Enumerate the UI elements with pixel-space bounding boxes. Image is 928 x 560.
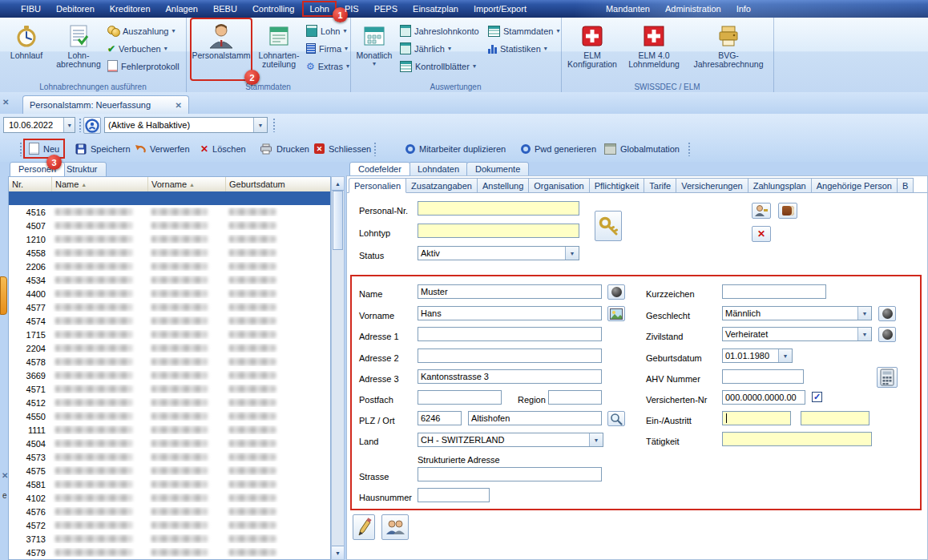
tab-angehoerige-person[interactable]: Angehörige Person: [812, 178, 898, 193]
versicherten-nr-input[interactable]: [722, 390, 805, 405]
name-input[interactable]: [418, 284, 602, 299]
document-tab-personalstamm[interactable]: Personalstamm: Neuerfassung ✕: [22, 95, 189, 114]
table-row[interactable]: 4576: [9, 505, 330, 518]
statistiken-button[interactable]: Statistiken ▾: [488, 40, 547, 57]
auszahlung-button[interactable]: Auszahlung ▾: [107, 22, 176, 39]
strasse-input[interactable]: [418, 467, 602, 481]
bvg-jahresabrechnung-button[interactable]: BVG- Jahresabrechnung: [689, 18, 768, 80]
table-row[interactable]: 4573: [9, 450, 330, 464]
scroll-up-icon[interactable]: ▲: [332, 177, 344, 191]
ort-input[interactable]: [468, 411, 602, 425]
table-row[interactable]: 1210: [9, 232, 330, 246]
verwerfen-button[interactable]: Verwerfen: [130, 139, 195, 158]
pwd-generieren-button[interactable]: Pwd generieren: [516, 139, 601, 158]
dropdown-arrow-icon[interactable]: ▼: [63, 118, 75, 132]
tab-versicherungen[interactable]: Versicherungen: [676, 178, 748, 193]
column-header-vorname[interactable]: Vorname▲: [148, 177, 226, 191]
menu-info[interactable]: Info: [730, 2, 757, 16]
menu-peps[interactable]: PEPS: [368, 2, 404, 16]
tab-struktur[interactable]: Struktur: [58, 162, 107, 177]
table-row[interactable]: 4504: [9, 437, 330, 450]
tab-pflichtigkeit[interactable]: Pflichtigkeit: [590, 178, 645, 193]
jaehrlich-button[interactable]: Jährlich ▾: [400, 40, 451, 57]
menu-anlagen[interactable]: Anlagen: [159, 2, 204, 16]
employee-access-button[interactable]: [752, 203, 771, 219]
menu-einsatzplan[interactable]: Einsatzplan: [406, 2, 465, 16]
hausnummer-input[interactable]: [418, 488, 490, 502]
table-row[interactable]: 4574: [9, 314, 330, 328]
column-header-name[interactable]: Name▲: [52, 177, 148, 191]
verbuchen-button[interactable]: ✔ Verbuchen ▾: [107, 40, 167, 57]
extras-button[interactable]: ⚙ Extras ▾: [306, 58, 349, 75]
elm40-lohnmeldung-button[interactable]: ELM 4.0 Lohnmeldung: [622, 18, 686, 80]
dock-close-icon[interactable]: ✕: [2, 98, 9, 107]
elm-konfiguration-button[interactable]: ELM Konfiguration: [566, 18, 619, 80]
table-row[interactable]: 4400: [9, 287, 330, 300]
table-row[interactable]: 4579: [9, 546, 330, 559]
column-header-geburtsdatum[interactable]: Geburtsdatum: [226, 177, 330, 191]
dropdown-arrow-icon[interactable]: ▼: [857, 307, 871, 320]
tab-close-icon[interactable]: ✕: [176, 101, 182, 110]
remove-button[interactable]: ✕: [752, 226, 771, 242]
lohntyp-input[interactable]: [418, 224, 579, 238]
tab-tarife[interactable]: Tarife: [644, 178, 676, 193]
eintritt-input[interactable]: [722, 411, 791, 425]
tab-zusatzangaben[interactable]: Zusatzangaben: [406, 178, 478, 193]
tab-organisation[interactable]: Organisation: [529, 178, 589, 193]
toolbar-grip[interactable]: [688, 142, 691, 156]
dock-tab-orange[interactable]: [0, 276, 7, 315]
fehlerprotokoll-button[interactable]: Fehlerprotokoll: [107, 58, 180, 75]
table-row[interactable]: 4578: [9, 355, 330, 369]
vorname-input[interactable]: [418, 306, 602, 320]
table-row[interactable]: 4534: [9, 273, 330, 287]
table-row[interactable]: 2206: [9, 260, 330, 273]
menu-lohn[interactable]: Lohn 1: [303, 2, 335, 16]
postfach-input[interactable]: [418, 390, 502, 405]
menu-administration[interactable]: Administration: [659, 2, 728, 16]
firma-button[interactable]: Firma ▾: [306, 40, 348, 57]
adresse3-input[interactable]: [418, 369, 602, 384]
plz-search-button[interactable]: [607, 411, 625, 426]
vertical-scrollbar[interactable]: ▲ ▼: [331, 176, 345, 560]
geschlecht-lookup-button[interactable]: [878, 306, 896, 321]
table-row-selected[interactable]: [9, 191, 330, 205]
menu-pis[interactable]: PIS: [338, 2, 365, 16]
austritt-input[interactable]: [801, 411, 869, 425]
scroll-down-icon[interactable]: ▼: [332, 546, 344, 559]
stammdaten-report-button[interactable]: Stammdaten ▾: [488, 22, 559, 39]
menu-kreditoren[interactable]: Kreditoren: [103, 2, 157, 16]
ahv-calculator-button[interactable]: [877, 367, 898, 388]
toolbar-grip[interactable]: [19, 142, 22, 156]
tab-personalien[interactable]: Personalien: [349, 178, 406, 193]
speichern-button[interactable]: Speichern: [71, 139, 135, 158]
table-row[interactable]: 4571: [9, 382, 330, 396]
table-row[interactable]: 4572: [9, 518, 330, 532]
table-row[interactable]: 4102: [9, 491, 330, 505]
lohnabrechnung-button[interactable]: Lohn- abrechnung: [53, 18, 104, 80]
date-picker[interactable]: ▼: [3, 117, 75, 133]
table-row[interactable]: 1715: [9, 328, 330, 341]
table-row[interactable]: 4516: [9, 205, 330, 219]
name-lookup-button[interactable]: [607, 284, 625, 300]
jahreslohnkonto-button[interactable]: Jahreslohnkonto: [400, 22, 479, 39]
active-filter-select[interactable]: (Aktive & Halbaktive) ▼: [104, 117, 268, 133]
lohnartenzuteilung-button[interactable]: Lohnarten- zuteilung: [255, 18, 303, 80]
adresse1-input[interactable]: [418, 327, 602, 341]
taetigkeit-input[interactable]: [722, 432, 872, 446]
table-row[interactable]: 4507: [9, 219, 330, 232]
dropdown-arrow-icon[interactable]: ▼: [565, 247, 579, 260]
table-row[interactable]: 2204: [9, 341, 330, 355]
address-book-button[interactable]: [778, 203, 797, 219]
tab-zahlungsplan[interactable]: Zahlungsplan: [748, 178, 812, 193]
family-members-button[interactable]: [381, 514, 409, 540]
tab-anstellung[interactable]: Anstellung: [478, 178, 529, 193]
zivilstand-lookup-button[interactable]: [878, 327, 896, 342]
personal-nr-input[interactable]: [418, 201, 579, 216]
tab-lohndaten[interactable]: Lohndaten: [409, 162, 468, 176]
tab-clipped[interactable]: B: [898, 178, 914, 193]
scrollbar-thumb[interactable]: [333, 191, 343, 250]
table-row[interactable]: 4577: [9, 300, 330, 314]
toolbar-grip[interactable]: [272, 118, 276, 132]
zivilstand-select[interactable]: Verheiratet ▼: [722, 327, 872, 341]
plz-input[interactable]: [418, 411, 462, 425]
